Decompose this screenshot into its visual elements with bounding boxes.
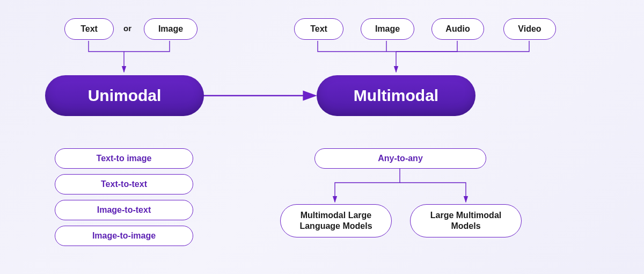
label: Text-to image — [97, 154, 152, 163]
multimodal-input-audio: Audio — [431, 18, 484, 40]
multimodal-model-right: Large Multimodal Models — [410, 204, 522, 237]
label: Image-to-image — [92, 231, 156, 240]
label: Multimodal — [354, 86, 438, 105]
unimodal-capability-3: Image-to-image — [55, 226, 193, 246]
label: Audio — [445, 24, 470, 33]
multimodal-model-left: Multimodal Large Language Models — [280, 204, 392, 237]
unimodal-capability-0: Text-to image — [55, 148, 193, 169]
label: Image — [375, 24, 400, 33]
label: Video — [518, 24, 541, 33]
multimodal-input-text: Text — [294, 18, 343, 40]
unimodal-or-label: or — [123, 24, 131, 33]
label: Image — [158, 24, 183, 33]
unimodal-input-image: Image — [144, 18, 197, 40]
multimodal-input-video: Video — [503, 18, 556, 40]
unimodal-capability-2: Image-to-text — [55, 200, 193, 220]
diagram-canvas: Text or Image Text Image Audio Video Uni… — [0, 0, 644, 274]
label: Text — [310, 24, 327, 33]
label: Large Multimodal Models — [426, 210, 506, 232]
unimodal-capability-1: Text-to-text — [55, 174, 193, 194]
unimodal-hero: Unimodal — [45, 75, 204, 116]
label: Text — [80, 24, 98, 33]
label: Image-to-text — [97, 205, 151, 214]
label: Unimodal — [88, 86, 162, 105]
multimodal-input-image: Image — [361, 18, 414, 40]
label: Any-to-any — [378, 154, 423, 163]
label: Text-to-text — [101, 179, 147, 189]
unimodal-input-text: Text — [64, 18, 114, 40]
multimodal-hero: Multimodal — [317, 75, 475, 116]
multimodal-capability-any: Any-to-any — [314, 148, 486, 169]
label: Multimodal Large Language Models — [296, 210, 376, 232]
